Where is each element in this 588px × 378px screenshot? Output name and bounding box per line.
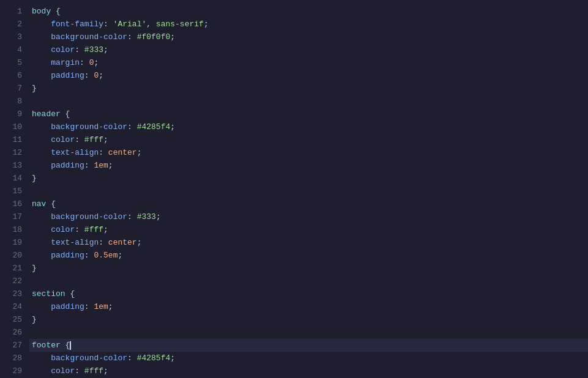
line-number: 6	[0, 69, 22, 82]
value-color-hex-token: #4285f4	[137, 354, 171, 363]
semicolon-token: ;	[137, 148, 142, 157]
brace-token: }	[32, 174, 37, 183]
colon-token: :	[75, 366, 84, 376]
selector-tag-token: header	[32, 109, 61, 119]
line-number: 19	[0, 236, 22, 249]
colon-token: :	[127, 354, 137, 363]
property-token: padding	[51, 251, 84, 260]
brace-token: }	[32, 264, 37, 273]
semicolon-token: ;	[103, 366, 108, 376]
colon-token: :	[127, 32, 137, 42]
code-line: }	[29, 172, 588, 185]
semicolon-token: ;	[204, 20, 209, 29]
code-line: color: #fff;	[29, 223, 588, 236]
text-cursor	[70, 341, 71, 350]
colon-token: :	[84, 71, 94, 80]
semicolon-token: ;	[108, 161, 113, 170]
property-token: padding	[51, 302, 84, 311]
code-content: 1234567891011121314151617181920212223242…	[0, 0, 588, 378]
colon-token: :	[80, 58, 89, 67]
colon-token: :	[99, 148, 108, 157]
code-line: footer {	[29, 339, 588, 352]
code-line: }	[29, 313, 588, 326]
value-keyword-token: center	[108, 148, 137, 157]
line-number: 28	[0, 352, 22, 365]
value-number-token: 0.5em	[94, 251, 117, 260]
property-token: margin	[51, 58, 80, 67]
line-number: 3	[0, 31, 22, 43]
code-line: color: #fff;	[29, 365, 588, 377]
code-line: margin: 0;	[29, 56, 588, 69]
semicolon-token: ;	[170, 354, 175, 363]
property-token: color	[51, 225, 75, 234]
property-token: text-align	[51, 238, 99, 247]
code-line: color: #fff;	[29, 133, 588, 146]
line-number: 14	[0, 172, 22, 185]
selector-tag-token: footer	[32, 341, 61, 350]
line-number: 15	[0, 185, 22, 198]
code-line	[29, 95, 588, 108]
line-number: 29	[0, 365, 22, 377]
code-line: padding: 1em;	[29, 300, 588, 313]
code-line: padding: 0;	[29, 69, 588, 82]
colon-token: :	[84, 302, 94, 311]
code-line: padding: 1em;	[29, 159, 588, 172]
line-number: 27	[0, 339, 22, 352]
semicolon-token: ;	[99, 71, 103, 80]
brace-token: {	[46, 199, 56, 209]
code-line	[29, 275, 588, 287]
semicolon-token: ;	[108, 302, 113, 311]
line-number: 12	[0, 146, 22, 159]
property-token: padding	[51, 71, 84, 80]
code-line: background-color: #333;	[29, 210, 588, 223]
colon-token: :	[99, 238, 108, 247]
line-number: 26	[0, 326, 22, 339]
line-number: 24	[0, 300, 22, 313]
selector-tag-token: section	[32, 289, 65, 298]
line-number: 18	[0, 223, 22, 236]
semicolon-token: ;	[137, 238, 142, 247]
semicolon-token: ;	[117, 251, 122, 260]
brace-token: }	[32, 84, 37, 93]
value-color-hex-token: #333	[137, 212, 156, 221]
line-number: 7	[0, 82, 22, 95]
value-color-hex-token: #4285f4	[137, 122, 171, 132]
code-line: background-color: #4285f4;	[29, 120, 588, 133]
code-lines[interactable]: body { font-family: 'Arial', sans-serif;…	[29, 0, 588, 378]
line-number: 5	[0, 56, 22, 69]
semicolon-token: ;	[94, 58, 99, 67]
value-color-hex-token: #f0f0f0	[137, 32, 171, 42]
value-number-token: 1em	[94, 302, 108, 311]
colon-token: :	[127, 212, 137, 221]
brace-token: {	[51, 7, 61, 16]
line-number: 25	[0, 313, 22, 326]
line-number: 22	[0, 275, 22, 287]
line-number: 13	[0, 159, 22, 172]
value-color-hex-token: #fff	[84, 135, 103, 144]
colon-token: :	[75, 225, 84, 234]
colon-token: :	[103, 20, 113, 29]
property-token: color	[51, 135, 75, 144]
code-line: text-align: center;	[29, 146, 588, 159]
property-token: text-align	[51, 148, 99, 157]
property-token: background-color	[51, 212, 127, 221]
code-line: nav {	[29, 198, 588, 210]
brace-token: {	[65, 289, 75, 298]
brace-token: {	[61, 341, 70, 350]
colon-token: :	[75, 135, 84, 144]
line-number: 16	[0, 198, 22, 210]
line-number: 1	[0, 5, 22, 18]
code-line	[29, 185, 588, 198]
semicolon-token: ;	[170, 32, 175, 42]
code-line: background-color: #4285f4;	[29, 352, 588, 365]
semicolon-token: ;	[103, 45, 108, 54]
line-number: 2	[0, 18, 22, 31]
line-number: 9	[0, 108, 22, 120]
line-numbers: 1234567891011121314151617181920212223242…	[0, 0, 29, 378]
line-number: 8	[0, 95, 22, 108]
semicolon-token: ;	[103, 225, 108, 234]
value-color-hex-token: #333	[84, 45, 103, 54]
property-token: padding	[51, 161, 84, 170]
code-editor: 1234567891011121314151617181920212223242…	[0, 0, 588, 378]
semicolon-token: ;	[156, 212, 161, 221]
